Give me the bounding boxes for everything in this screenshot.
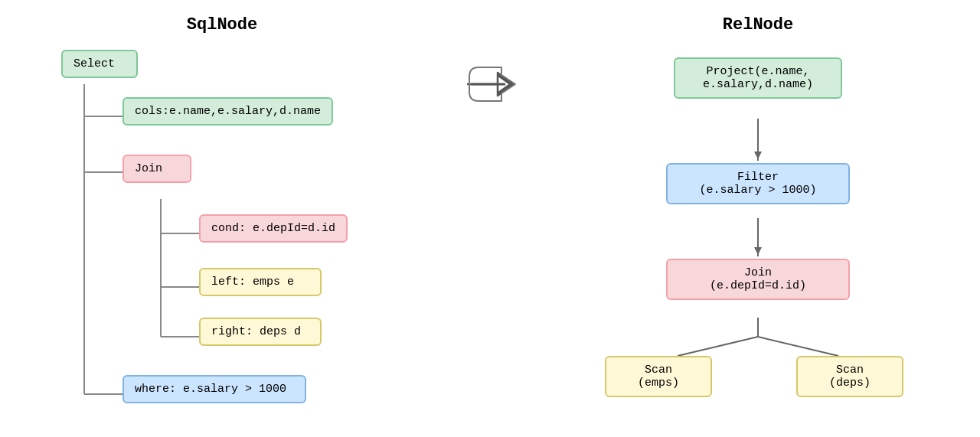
svg-marker-13 <box>754 152 762 159</box>
rel-title: RelNode <box>597 15 919 34</box>
rel-scan-emps-node: Scan (emps) <box>605 356 712 397</box>
sql-title: SqlNode <box>61 15 383 34</box>
rel-node-panel: RelNode Project(e.name, e.salary,d.name) <box>597 15 919 437</box>
rel-project-node: Project(e.name, e.salary,d.name) <box>674 57 842 99</box>
rel-tree: Project(e.name, e.salary,d.name) Filter … <box>597 50 919 437</box>
sql-select-node: Select <box>61 50 138 78</box>
sql-tree: Select cols:e.name,e.salary,d.name Join … <box>61 50 368 437</box>
sql-node-panel: SqlNode <box>61 15 383 437</box>
sql-join-node: Join <box>122 155 191 183</box>
sql-cols-node: cols:e.name,e.salary,d.name <box>122 97 333 126</box>
arrow-svg <box>463 61 517 107</box>
svg-line-17 <box>678 337 758 356</box>
rel-filter-node: Filter (e.salary > 1000) <box>666 163 850 204</box>
sql-left-node: left: emps e <box>199 268 322 296</box>
transform-arrow <box>459 61 521 107</box>
sql-right-node: right: deps d <box>199 318 322 346</box>
svg-line-18 <box>758 337 838 356</box>
svg-marker-15 <box>754 247 762 255</box>
rel-join-node: Join (e.depId=d.id) <box>666 259 850 300</box>
rel-scan-deps-node: Scan (deps) <box>796 356 903 397</box>
sql-where-node: where: e.salary > 1000 <box>122 375 306 403</box>
sql-cond-node: cond: e.depId=d.id <box>199 214 348 243</box>
